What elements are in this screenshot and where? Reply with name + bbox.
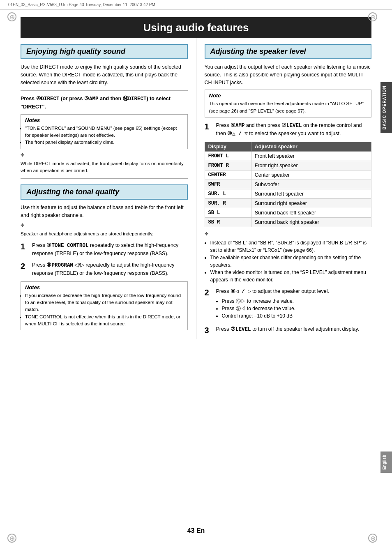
table-note-item: When the video monitor is turned on, the… [210, 269, 372, 283]
speaker-table: Display Adjusted speaker FRONT LFront le… [205, 142, 372, 227]
table-notes-list: Instead of “SB L” and “SB R”, “SUR.B” is… [205, 239, 372, 283]
header-bar: 01EN_03_Basic_RX-V563_U.fm Page 43 Tuesd… [0, 0, 392, 10]
section2-body: Use this feature to adjust the balance o… [21, 204, 188, 219]
display-cell: FRONT R [205, 161, 251, 170]
section2-notes-list: If you increase or decrease the high-fre… [25, 292, 183, 327]
table-col1-header: Display [205, 142, 251, 152]
speaker-cell: Surround back right speaker [251, 218, 371, 227]
table-row: SUR. RSurround right speaker [205, 199, 371, 208]
section1-note-2: The front panel display automatically di… [25, 139, 183, 146]
speaker-cell: Subwoofer [251, 180, 371, 189]
right-step3-number: 3 [205, 325, 214, 335]
main-content: Enjoying high quality sound Use the DIRE… [21, 38, 371, 339]
right-step1: 1 Press ⑤AMP and then press ⑦LEVEL on th… [205, 122, 372, 138]
right-step3-text: Press ⑦LEVEL to turn off the speaker lev… [216, 325, 372, 334]
section1-tip-text: While DIRECT mode is activated, the fron… [21, 160, 188, 175]
speaker-cell: Front left speaker [251, 152, 371, 161]
section1-notes-title: Notes [25, 117, 183, 123]
english-label: English [380, 451, 392, 473]
right-step3: 3 Press ⑦LEVEL to turn off the speaker l… [205, 325, 372, 335]
speaker-cell: Surround right speaker [251, 199, 371, 208]
section2-heading: Adjusting the tonal quality [21, 184, 188, 200]
table-note-item: Instead of “SB L” and “SB R”, “SUR.B” is… [210, 239, 372, 254]
right-step2-text: Press ⑧◁ / ▷ to adjust the speaker outpu… [216, 288, 372, 321]
right-section-heading: Adjusting the speaker level [205, 44, 372, 59]
right-step2-number: 2 [205, 288, 214, 297]
display-cell: SUR. R [205, 199, 251, 208]
table-row: SB RSurround back right speaker [205, 218, 371, 227]
table-row: SUR. LSurround left speaker [205, 189, 371, 199]
display-cell: FRONT L [205, 152, 251, 161]
right-note-text: This operation will override the level a… [209, 100, 367, 115]
step2-bullet: Press Ⓢ▷ to increase the value. [222, 297, 372, 305]
speaker-cell: Surround left speaker [251, 189, 371, 199]
corner-br [368, 534, 377, 543]
right-note-box: Note This operation will override the le… [205, 90, 372, 117]
table-col2-header: Adjusted speaker [251, 142, 371, 152]
page-number: 43 En [187, 527, 205, 534]
display-cell: SWFR [205, 180, 251, 189]
separator1 [21, 90, 188, 91]
table-row: FRONT LFront left speaker [205, 152, 371, 161]
table-row: FRONT RFront right speaker [205, 161, 371, 170]
right-section-body: You can adjust the output level of each … [205, 63, 372, 86]
section1-body: Use the DIRECT mode to enjoy the high qu… [21, 63, 188, 86]
table-note-item: The available speaker channels differ de… [210, 254, 372, 269]
left-step2-text: Press ⑨PROGRAM ◁/▷ repeatedly to adjust … [32, 261, 188, 277]
table-tip-icon: ✤ [205, 231, 372, 237]
display-cell: SUR. L [205, 189, 251, 199]
basic-operation-tab: BASIC OPERATION [380, 82, 392, 133]
right-step2: 2 Press ⑧◁ / ▷ to adjust the speaker out… [205, 288, 372, 321]
corner-tr [368, 12, 377, 21]
display-cell: CENTER [205, 170, 251, 180]
left-step1-number: 1 [21, 242, 30, 251]
page-title-banner: Using audio features [21, 17, 371, 38]
separator2 [21, 178, 188, 179]
corner-tl [7, 12, 16, 21]
section2-tip-text: Speaker and headphone adjustments are st… [21, 230, 188, 237]
section2-notes-box: Notes If you increase or decrease the hi… [21, 281, 188, 330]
section1-notes-box: Notes "TONE CONTROL" and "SOUND MENU" (s… [21, 114, 188, 149]
step2-bullets: Press Ⓢ▷ to increase the value.Press Ⓢ◁ … [216, 297, 372, 320]
section1-tip-icon: ✤ [21, 152, 188, 158]
section2-note-2: TONE CONTROL is not effective when this … [25, 313, 183, 328]
right-step1-number: 1 [205, 122, 214, 131]
right-sidebar: BASIC OPERATION [380, 82, 392, 133]
right-step1-text: Press ⑤AMP and then press ⑦LEVEL on the … [216, 122, 372, 138]
section1-note-1: "TONE CONTROL" and "SOUND MENU" (see pag… [25, 125, 183, 139]
speaker-cell: Center speaker [251, 170, 371, 180]
speaker-cell: Surround back left speaker [251, 208, 371, 218]
section1-instruction: Press ④DIRECT (or press ⑤AMP and then ⑭D… [21, 95, 188, 111]
table-row: SB LSurround back left speaker [205, 208, 371, 218]
step2-bullet: Control range: –10 dB to +10 dB [222, 312, 372, 320]
display-cell: SB L [205, 208, 251, 218]
section1-notes-list: "TONE CONTROL" and "SOUND MENU" (see pag… [25, 125, 183, 146]
left-step2: 2 Press ⑨PROGRAM ◁/▷ repeatedly to adjus… [21, 261, 188, 277]
section2-note-1: If you increase or decrease the high-fre… [25, 292, 183, 313]
corner-bl [7, 534, 16, 543]
table-row: CENTERCenter speaker [205, 170, 371, 180]
right-column: Adjusting the speaker level You can adju… [196, 38, 372, 339]
right-note-title: Note [209, 92, 367, 99]
file-info: 01EN_03_Basic_RX-V563_U.fm Page 43 Tuesd… [8, 2, 155, 7]
table-row: SWFRSubwoofer [205, 180, 371, 189]
speaker-cell: Front right speaker [251, 161, 371, 170]
section1-heading: Enjoying high quality sound [21, 44, 188, 59]
left-step2-number: 2 [21, 261, 30, 271]
step2-bullet: Press Ⓢ◁ to decrease the value. [222, 305, 372, 312]
left-step1: 1 Press ③TONE CONTROL repeatedly to sele… [21, 242, 188, 258]
left-column: Enjoying high quality sound Use the DIRE… [21, 38, 196, 339]
page-title: Using audio features [143, 21, 249, 34]
section2-tip-icon: ✤ [21, 223, 188, 228]
section2-notes-title: Notes [25, 284, 183, 290]
left-step1-text: Press ③TONE CONTROL repeatedly to select… [32, 242, 188, 258]
display-cell: SB R [205, 218, 251, 227]
